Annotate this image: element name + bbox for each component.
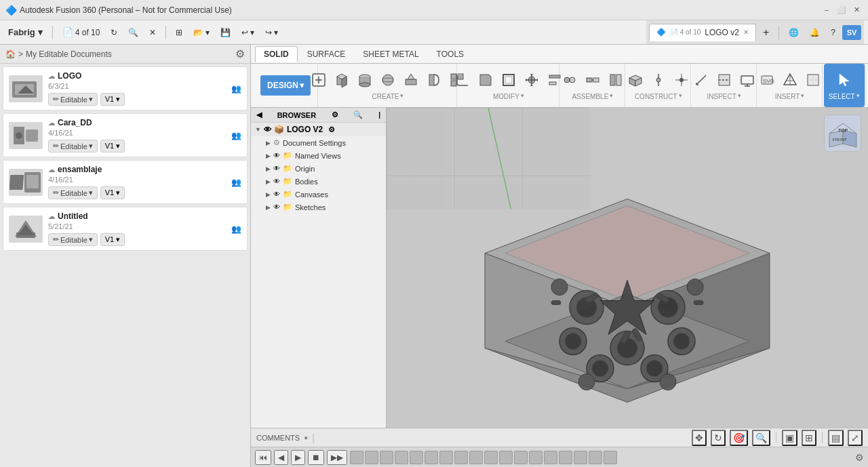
construct-point-button[interactable] <box>671 71 692 89</box>
save-button[interactable]: 💾 <box>216 26 235 39</box>
document-counter-button[interactable]: 📄 4 of 10 <box>58 25 104 39</box>
browser-item-document-settings[interactable]: ▶ ⚙ Document Settings <box>251 136 386 149</box>
navigation-cube[interactable]: TOP FRONT <box>824 115 861 152</box>
redo-button[interactable]: ↪ ▾ <box>261 26 282 39</box>
minimize-button[interactable]: − <box>821 4 833 16</box>
create-chevron-icon[interactable]: ▾ <box>400 92 403 99</box>
construct-axis-button[interactable] <box>648 71 669 89</box>
timeline-item-8[interactable] <box>454 451 468 464</box>
timeline-first-button[interactable]: ⏮ <box>255 450 271 465</box>
arrow-origin[interactable]: ▶ <box>266 165 271 172</box>
doc-item-ensamblaje[interactable]: ☁ ensamblaje 4/16/21 ✏ Editable ▾ V1 ▾ <box>3 160 248 204</box>
layout-button[interactable]: ▤ <box>828 430 844 446</box>
arrow-document-settings[interactable]: ▶ <box>266 140 271 146</box>
timeline-item-6[interactable] <box>425 451 438 464</box>
named-views-vis-icon[interactable]: 👁 <box>273 152 280 159</box>
doc-item-untitled[interactable]: ☁ Untitled 5/21/21 ✏ Editable ▾ V1 ▾ <box>3 207 248 251</box>
assemble-joint-button[interactable] <box>559 71 580 89</box>
timeline-item-18[interactable] <box>604 451 617 464</box>
timeline-item-15[interactable] <box>559 451 572 464</box>
share-icon-cara-dd[interactable]: 👥 <box>231 131 241 140</box>
timeline-item-11[interactable] <box>499 451 513 464</box>
browser-collapse-icon[interactable]: ◀ <box>256 110 262 119</box>
display-mode-button[interactable]: ▣ <box>782 430 797 446</box>
search-button[interactable]: 🔍 <box>124 26 142 39</box>
create-revolve-button[interactable] <box>424 71 444 89</box>
tab-surface[interactable]: SURFACE <box>299 47 354 62</box>
timeline-item-3[interactable] <box>380 451 393 464</box>
assemble-contact-button[interactable] <box>606 71 626 89</box>
zoom-window-button[interactable]: 🔍 <box>752 430 770 446</box>
browser-item-sketches[interactable]: ▶ 👁 📁 Sketches <box>251 201 386 214</box>
look-at-button[interactable]: 🎯 <box>730 430 748 446</box>
timeline-item-16[interactable] <box>574 451 587 464</box>
version-button-cara-dd[interactable]: V1 ▾ <box>100 140 125 153</box>
create-extrude-button[interactable] <box>401 71 421 89</box>
refresh-button[interactable]: ↻ <box>106 26 121 39</box>
construct-plane-button[interactable] <box>625 71 646 89</box>
insert-chevron-icon[interactable]: ▾ <box>801 92 804 99</box>
timeline-item-7[interactable] <box>439 451 453 464</box>
timeline-stop-button[interactable]: ⏹ <box>308 450 324 465</box>
tab-tools[interactable]: TOOLS <box>429 47 472 62</box>
timeline-item-4[interactable] <box>395 451 408 464</box>
editable-button-logo[interactable]: ✏ Editable ▾ <box>48 93 98 106</box>
timeline-play-button[interactable]: ▶ <box>291 450 305 465</box>
orbit-button[interactable]: ↻ <box>711 430 726 446</box>
timeline-item-14[interactable] <box>544 451 557 464</box>
share-icon-ensamblaje[interactable]: 👥 <box>231 178 241 187</box>
grid-view-button[interactable]: ⊞ <box>172 26 186 39</box>
editable-button-untitled[interactable]: ✏ Editable ▾ <box>48 233 98 246</box>
timeline-next-button[interactable]: ▶▶ <box>327 450 347 465</box>
create-cylinder-button[interactable] <box>355 71 375 89</box>
version-button-ensamblaje[interactable]: V1 ▾ <box>100 186 125 199</box>
toolbar-close-button[interactable]: ✕ <box>145 26 160 39</box>
home-icon[interactable]: 🏠 <box>5 49 16 59</box>
modify-move-button[interactable] <box>521 71 542 89</box>
inspect-measure-button[interactable] <box>691 71 711 89</box>
select-chevron-icon[interactable]: ▾ <box>856 92 860 99</box>
timeline-item-12[interactable] <box>514 451 528 464</box>
sketches-vis-icon[interactable]: 👁 <box>273 203 280 211</box>
version-button-logo[interactable]: V1 ▾ <box>100 93 125 106</box>
fabrig-menu-button[interactable]: Fabrig ▾ <box>4 26 47 39</box>
create-new-component-button[interactable] <box>309 71 329 89</box>
modify-fillet-button[interactable] <box>452 71 473 89</box>
browser-item-canvases[interactable]: ▶ 👁 📁 Canvases <box>251 188 386 201</box>
arrow-bodies[interactable]: ▶ <box>266 178 271 185</box>
root-visibility-icon[interactable]: 👁 <box>264 125 271 134</box>
tab-logo-v2[interactable]: 🔷 📄 4 of 10 LOGO v2 ✕ <box>649 24 756 41</box>
insert-canvas-button[interactable] <box>803 71 823 89</box>
origin-vis-icon[interactable]: 👁 <box>273 165 280 172</box>
expand-button[interactable]: ⤢ <box>848 430 863 446</box>
notifications-button[interactable]: 🔔 <box>806 26 824 39</box>
timeline-item-17[interactable] <box>589 451 602 464</box>
create-box-button[interactable] <box>332 71 352 89</box>
browser-pin-icon[interactable]: | <box>378 111 380 119</box>
timeline-item-10[interactable] <box>484 451 498 464</box>
select-button[interactable] <box>834 71 854 89</box>
pan-button[interactable]: ✥ <box>692 430 707 446</box>
help-button[interactable]: ? <box>827 26 840 39</box>
editable-button-cara-dd[interactable]: ✏ Editable ▾ <box>48 140 98 153</box>
user-avatar[interactable]: SV <box>842 25 861 40</box>
inspect-section-button[interactable] <box>714 71 734 89</box>
browser-settings-icon[interactable]: ⚙ <box>332 110 338 119</box>
restore-button[interactable]: ⬜ <box>835 4 848 16</box>
close-button[interactable]: ✕ <box>850 4 863 16</box>
browser-item-named-views[interactable]: ▶ 👁 📁 Named Views <box>251 149 386 162</box>
timeline-settings-button[interactable]: ⚙ <box>855 452 864 463</box>
assemble-chevron-icon[interactable]: ▾ <box>610 92 613 99</box>
timeline-item-9[interactable] <box>469 451 483 464</box>
browser-root-item[interactable]: ▼ 👁 📦 LOGO V2 ⚙ <box>251 123 386 136</box>
inspect-chevron-icon[interactable]: ▾ <box>738 92 741 99</box>
share-icon-logo[interactable]: 👥 <box>231 84 241 94</box>
viewport-3d[interactable]: TOP FRONT <box>387 108 868 428</box>
share-icon-untitled[interactable]: 👥 <box>231 224 241 234</box>
version-button-untitled[interactable]: V1 ▾ <box>100 233 125 246</box>
root-collapse-arrow[interactable]: ▼ <box>255 126 261 133</box>
construct-chevron-icon[interactable]: ▾ <box>679 92 682 99</box>
browser-search-icon[interactable]: 🔍 <box>353 110 363 119</box>
doc-item-logo[interactable]: ☁ LOGO 6/3/21 ✏ Editable ▾ V1 ▾ <box>3 66 248 110</box>
insert-svg-button[interactable]: SVG <box>757 71 777 89</box>
